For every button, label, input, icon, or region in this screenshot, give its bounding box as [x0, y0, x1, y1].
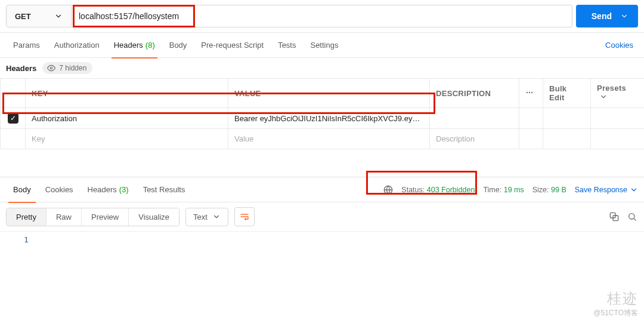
header-desc-placeholder[interactable]: Description	[430, 129, 519, 149]
send-button-label: Send	[592, 11, 612, 21]
status-code: 403	[427, 186, 439, 194]
col-value: VALUE	[228, 79, 430, 108]
eye-icon	[47, 64, 55, 72]
response-body: 1	[0, 232, 644, 303]
request-url-input[interactable]	[72, 5, 572, 27]
chevron-down-icon	[620, 12, 628, 20]
headers-table: KEY VALUE DESCRIPTION Bulk Edit Presets …	[0, 78, 644, 149]
view-mode-raw[interactable]: Raw	[47, 208, 82, 226]
headers-title: Headers	[6, 64, 36, 73]
chevron-down-icon	[54, 12, 63, 20]
col-actions[interactable]	[519, 79, 543, 108]
header-key-cell[interactable]: Authorization	[26, 108, 228, 129]
header-value-cell[interactable]: Bearer eyJhbGciOiJIUzI1NiIsInR5cCI6IkpXV…	[228, 108, 430, 129]
col-toggle	[1, 79, 26, 108]
save-response-button[interactable]: Save Response	[575, 186, 638, 194]
response-tabs: Body Cookies Headers (3) Test Results St…	[0, 177, 644, 202]
col-description: DESCRIPTION	[430, 79, 519, 108]
view-mode-visualize[interactable]: Visualize	[129, 208, 179, 226]
view-mode-segment: Pretty Raw Preview Visualize	[6, 208, 179, 226]
chevron-down-icon	[212, 213, 221, 221]
table-row-blank[interactable]: Key Value Description	[1, 129, 645, 149]
hidden-headers-toggle[interactable]: 7 hidden	[42, 62, 92, 74]
tab-headers[interactable]: Headers (8)	[107, 33, 162, 58]
watermark-credit: @51CTO博客	[593, 309, 638, 317]
search-button[interactable]	[626, 211, 638, 223]
wrap-lines-button[interactable]	[234, 207, 255, 226]
response-meta: Status: 403 Forbidden Time: 19 ms Size: …	[383, 185, 638, 195]
request-bar: GET Send	[0, 0, 644, 33]
resp-tab-body[interactable]: Body	[6, 177, 38, 202]
watermark: 桂迹 @51CTO博客	[593, 289, 638, 318]
header-description-cell[interactable]	[430, 108, 519, 129]
more-options-icon	[525, 88, 534, 97]
search-icon	[627, 212, 637, 222]
table-row[interactable]: ✓ Authorization Bearer eyJhbGciOiJIUzI1N…	[1, 108, 645, 129]
copy-icon	[609, 212, 619, 222]
size-value: 99 B	[551, 186, 566, 194]
bulk-edit-link[interactable]: Bulk Edit	[543, 79, 591, 108]
globe-icon	[383, 185, 393, 195]
col-key: KEY	[26, 79, 228, 108]
chevron-down-icon	[630, 186, 638, 194]
presets-dropdown[interactable]: Presets	[591, 79, 645, 108]
header-key-placeholder[interactable]: Key	[26, 129, 228, 149]
tab-headers-count: (8)	[145, 41, 155, 50]
resp-tab-headers[interactable]: Headers (3)	[80, 177, 136, 202]
resp-tab-test-results[interactable]: Test Results	[136, 177, 193, 202]
wrap-icon	[240, 212, 249, 222]
view-mode-pretty[interactable]: Pretty	[7, 208, 47, 226]
cookies-link[interactable]: Cookies	[600, 41, 638, 50]
svg-point-3	[532, 92, 532, 93]
tab-tests[interactable]: Tests	[271, 33, 303, 58]
header-value-placeholder[interactable]: Value	[228, 129, 430, 149]
size-label: Size:	[532, 186, 549, 194]
response-panel: Body Cookies Headers (3) Test Results St…	[0, 177, 644, 323]
status-text: Forbidden	[441, 186, 475, 194]
svg-point-0	[51, 67, 53, 69]
response-toolbar: Pretty Raw Preview Visualize Text	[0, 202, 644, 232]
checkbox-checked-icon[interactable]: ✓	[8, 113, 18, 124]
tab-authorization[interactable]: Authorization	[47, 33, 107, 58]
time-label: Time:	[483, 186, 501, 194]
http-method-label: GET	[15, 12, 31, 21]
tab-params[interactable]: Params	[6, 33, 47, 58]
copy-button[interactable]	[608, 211, 620, 223]
chevron-down-icon	[599, 93, 608, 101]
svg-line-11	[634, 219, 636, 220]
resp-tab-cookies[interactable]: Cookies	[38, 177, 80, 202]
time-value: 19 ms	[504, 186, 524, 194]
request-tabs: Params Authorization Headers (8) Body Pr…	[0, 33, 644, 58]
tab-prerequest[interactable]: Pre-request Script	[194, 33, 271, 58]
watermark-hanzi: 桂迹	[593, 289, 638, 308]
svg-point-1	[527, 92, 527, 93]
line-number: 1	[24, 235, 29, 244]
send-button[interactable]: Send	[576, 5, 638, 27]
svg-point-2	[529, 92, 530, 93]
tab-body[interactable]: Body	[162, 33, 194, 58]
status-label: Status:	[401, 186, 425, 194]
svg-point-10	[629, 214, 634, 219]
headers-subheader: Headers 7 hidden	[0, 58, 644, 78]
language-select[interactable]: Text	[185, 208, 228, 226]
http-method-select[interactable]: GET	[6, 5, 72, 27]
tab-settings[interactable]: Settings	[303, 33, 345, 58]
view-mode-preview[interactable]: Preview	[82, 208, 129, 226]
